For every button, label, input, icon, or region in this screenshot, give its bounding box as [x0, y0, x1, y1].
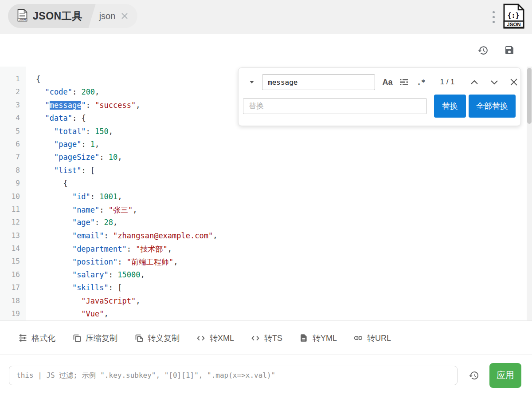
code-token: , — [136, 101, 140, 110]
convert-label: 压缩复制 — [86, 333, 117, 344]
line-number: 6 — [0, 140, 26, 153]
filter-history-icon[interactable] — [468, 370, 480, 381]
tab-close-icon[interactable] — [121, 12, 129, 20]
code-token: 150 — [95, 127, 109, 136]
close-find-icon[interactable] — [509, 78, 519, 86]
code-line[interactable]: "pageSize": 10, — [36, 153, 527, 166]
code-token: "position" — [72, 257, 117, 266]
convert-转URL[interactable]: 转URL — [353, 333, 391, 344]
code-line[interactable]: "page": 1, — [36, 140, 527, 153]
code-token: "skills" — [72, 283, 109, 292]
convert-转义复制[interactable]: 转义复制 — [134, 333, 180, 344]
save-icon[interactable] — [504, 44, 515, 56]
convert-label: 转TS — [264, 333, 282, 344]
code-token: 1001 — [99, 192, 117, 201]
document-tab-label: json — [99, 11, 116, 21]
match-case-button[interactable]: Aa — [382, 78, 393, 87]
code-token: : — [90, 192, 99, 201]
app-tab[interactable]: JSON JSON工具 — [8, 4, 96, 28]
code-token: "张三" — [109, 205, 133, 214]
code-token: 28 — [104, 218, 113, 227]
find-replace-panel: Aa .* 1 / 1 替换 全部替换 — [238, 67, 521, 126]
convert-转XML[interactable]: 转XML — [196, 333, 234, 344]
convert-toolbar: 格式化压缩复制转义复制转XML转TS转YML转URL — [0, 321, 532, 355]
replace-all-button[interactable]: 全部替换 — [469, 95, 516, 118]
filter-bar: 应用 — [0, 356, 532, 395]
convert-转YML[interactable]: 转YML — [299, 333, 337, 344]
in-selection-icon[interactable] — [398, 77, 410, 87]
scrollbar-thumb[interactable] — [527, 68, 532, 124]
history-icon[interactable] — [477, 44, 489, 56]
code-line[interactable]: "JavaScript", — [36, 296, 527, 309]
code-line[interactable]: "age": 28, — [36, 218, 527, 231]
code-token: "age" — [72, 218, 95, 227]
code-token: "success" — [95, 101, 136, 110]
kebab-menu-icon[interactable] — [491, 8, 497, 26]
replace-input[interactable] — [243, 98, 427, 114]
code-token: "技术部" — [136, 245, 167, 253]
previous-match-icon[interactable] — [469, 80, 479, 85]
code-token: 10 — [109, 153, 117, 162]
format-icon — [18, 333, 27, 343]
code-line[interactable]: "list": [ — [36, 166, 527, 179]
convert-压缩复制[interactable]: 压缩复制 — [72, 333, 117, 344]
code-token: "list" — [54, 166, 81, 175]
code-line[interactable]: "email": "zhangsan@example.com", — [36, 231, 527, 244]
code-token: : — [104, 231, 113, 240]
line-number: 13 — [0, 231, 26, 244]
editor-scrollbar[interactable] — [527, 67, 532, 320]
convert-label: 转YML — [313, 333, 337, 344]
convert-label: 转URL — [367, 333, 391, 344]
code-token: "data" — [45, 114, 72, 122]
svg-text:JSON: JSON — [19, 18, 26, 21]
code-line[interactable]: "position": "前端工程师", — [36, 257, 527, 270]
highlighted-match: message — [50, 101, 82, 110]
actions-row — [0, 34, 532, 67]
convert-格式化[interactable]: 格式化 — [18, 333, 55, 344]
json-tool-window: JSON JSON工具 json {:} JSON — [0, 0, 532, 395]
find-input[interactable] — [262, 74, 375, 90]
code-token: : [ — [81, 166, 95, 175]
code-token — [36, 218, 72, 227]
code-line[interactable]: "department": "技术部", — [36, 244, 527, 257]
replace-button[interactable]: 替换 — [434, 95, 466, 118]
js-filter-input[interactable] — [9, 366, 458, 385]
code-line[interactable]: "salary": 15000, — [36, 270, 527, 283]
code-token: , — [173, 257, 178, 266]
next-match-icon[interactable] — [489, 80, 499, 85]
find-row: Aa .* 1 / 1 — [239, 68, 520, 90]
toggle-replace-caret-icon[interactable] — [246, 74, 257, 90]
code-token: "name" — [72, 205, 99, 214]
code-line[interactable]: "total": 150, — [36, 127, 527, 140]
document-tab[interactable]: json — [96, 4, 138, 28]
regex-button[interactable]: .* — [416, 78, 426, 87]
code-brackets-icon — [250, 333, 260, 343]
code-token: , — [140, 270, 145, 279]
tab-group: JSON JSON工具 json — [8, 4, 137, 28]
line-number: 12 — [0, 218, 26, 231]
line-number: 2 — [0, 87, 26, 100]
code-token: , — [117, 192, 122, 201]
code-line[interactable]: "Vue", — [36, 309, 527, 320]
line-number: 14 — [0, 244, 26, 257]
code-token: : — [99, 205, 108, 214]
code-token — [36, 283, 72, 292]
code-token: : — [99, 153, 108, 162]
code-line[interactable]: "skills": [ — [36, 283, 527, 296]
convert-label: 转XML — [210, 333, 234, 344]
code-line[interactable]: "name": "张三", — [36, 205, 527, 218]
svg-text:JSON: JSON — [507, 21, 520, 27]
code-token: "salary" — [72, 270, 109, 279]
apply-button[interactable]: 应用 — [489, 363, 521, 388]
code-line[interactable]: { — [36, 179, 527, 192]
json-file-icon: JSON — [17, 9, 28, 24]
code-token — [36, 140, 54, 149]
code-token: " — [45, 101, 49, 110]
code-token: { — [36, 75, 40, 83]
code-token: "前端工程师" — [127, 257, 173, 266]
code-token: : — [109, 270, 117, 279]
convert-转TS[interactable]: 转TS — [250, 333, 282, 344]
line-number: 16 — [0, 270, 26, 283]
code-line[interactable]: "id": 1001, — [36, 192, 527, 205]
code-token: : — [127, 245, 136, 253]
